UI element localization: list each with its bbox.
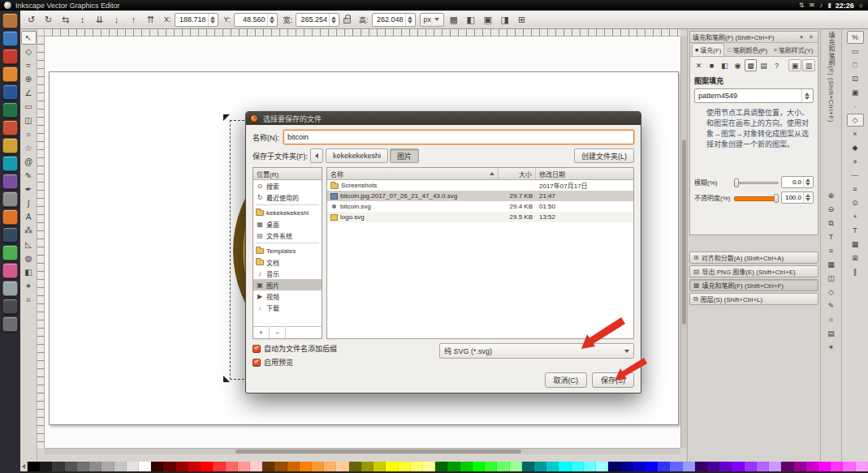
flip-horizontal-button[interactable]: ⇆ <box>58 12 73 28</box>
lock-aspect-icon[interactable] <box>343 18 351 24</box>
file-row[interactable]: bitcoin.svg29.4 KB01:50 <box>327 201 633 212</box>
breadcrumb-item[interactable]: kekekekekeshi <box>326 148 388 163</box>
vlc-app-icon[interactable] <box>2 209 18 225</box>
color-swatch[interactable] <box>683 462 695 471</box>
vertical-scrollbar-thumb[interactable] <box>682 140 686 325</box>
opacity-slider-handle[interactable] <box>774 194 779 203</box>
color-swatch[interactable] <box>473 462 485 471</box>
color-swatch[interactable] <box>89 462 101 471</box>
swatch-button[interactable]: ▤ <box>758 59 770 71</box>
unknown-paint-button[interactable]: ? <box>771 59 783 71</box>
symbols-button[interactable]: ✶ <box>823 341 840 354</box>
image-viewer-app-icon[interactable] <box>2 263 18 278</box>
snap-bbox-edges-button[interactable]: □ <box>847 58 864 71</box>
spin-down-icon[interactable] <box>408 20 413 24</box>
snap-path-button[interactable]: × <box>847 127 864 140</box>
rectangle-tool[interactable]: ▭ <box>21 100 37 114</box>
color-swatch[interactable] <box>114 462 127 471</box>
flip-vertical-button[interactable]: ↕ <box>75 12 90 28</box>
snap-intersection-button[interactable]: ◆ <box>847 141 864 154</box>
screenshot-app-icon[interactable] <box>2 245 18 260</box>
inkscape-app-icon[interactable] <box>2 299 18 314</box>
color-swatch[interactable] <box>633 462 646 471</box>
snap-smooth-node-button[interactable]: — <box>847 169 864 182</box>
lower-to-bottom-button[interactable]: ⇊ <box>92 12 107 28</box>
snap-bbox-centers-button[interactable]: ∙ <box>847 100 864 113</box>
color-swatch[interactable] <box>52 462 64 471</box>
enable-preview-checkbox[interactable]: 启用预览 <box>253 357 337 368</box>
color-swatch[interactable] <box>151 462 163 471</box>
zoom-page-button[interactable]: ⊖ <box>823 203 840 216</box>
breadcrumb-item[interactable]: 图片 <box>390 148 419 163</box>
opacity-slider[interactable] <box>734 193 779 203</box>
place-filesystem[interactable]: ▤文件系统 <box>253 230 322 241</box>
file-row[interactable]: bitcoin.jpg.2017_07_26_21_47_43.0.svg29.… <box>327 191 633 201</box>
snap-text-baseline-button[interactable]: T <box>847 224 864 237</box>
color-swatch[interactable] <box>238 462 250 471</box>
align-distribute-bar[interactable]: ⊞对齐和分散(A) (Shift+Ctrl+A) <box>689 252 818 264</box>
pattern-select[interactable]: pattern4549 <box>694 88 814 103</box>
box3d-tool[interactable]: ◫ <box>21 114 37 127</box>
rotate-ccw-button[interactable]: ↺ <box>24 12 39 28</box>
duplicate-button[interactable]: ⧉ <box>823 217 840 230</box>
draw-button[interactable]: ✎ <box>823 299 840 312</box>
column-header-name[interactable]: 名称 <box>327 168 499 179</box>
color-swatch[interactable] <box>856 462 868 471</box>
filename-input[interactable] <box>283 130 634 144</box>
color-swatch[interactable] <box>497 462 509 471</box>
color-swatch[interactable] <box>361 462 374 471</box>
create-folder-button[interactable]: 创建文件夹(L) <box>574 148 634 163</box>
network-icon[interactable]: ⇅ <box>799 2 805 9</box>
snap-bbox-corners-button[interactable]: ⊡ <box>847 72 864 85</box>
place-templates[interactable]: Templates <box>253 245 322 256</box>
color-swatch[interactable] <box>621 462 633 471</box>
color-swatch[interactable] <box>608 462 620 471</box>
selection-handle-icon[interactable] <box>223 114 230 121</box>
terminal-app-icon[interactable] <box>2 227 18 243</box>
dialog-titlebar[interactable]: 选择要保存的文件 <box>246 112 641 125</box>
libreoffice-writer-app-icon[interactable] <box>2 84 18 100</box>
system-settings-app-icon[interactable] <box>2 156 18 171</box>
software-center-app-icon[interactable] <box>2 49 18 64</box>
raise-button[interactable]: ↑ <box>126 12 141 28</box>
color-swatch[interactable] <box>546 462 559 471</box>
color-swatch[interactable] <box>757 462 769 471</box>
color-swatch[interactable] <box>818 462 831 471</box>
color-swatch[interactable] <box>201 462 213 471</box>
gradient-tool[interactable]: ◧ <box>21 265 37 279</box>
pattern-button[interactable]: ▦ <box>745 59 757 71</box>
text-dialog-button[interactable]: T <box>823 230 840 243</box>
spin-up-icon[interactable] <box>408 16 413 19</box>
spin-up-icon[interactable] <box>805 194 811 197</box>
opacity-spinbox[interactable]: 100.0 <box>781 191 814 204</box>
horizontal-ruler[interactable] <box>45 29 680 37</box>
affect-scale-stroke-button[interactable]: ◧ <box>463 12 478 28</box>
blur-slider[interactable] <box>734 178 779 187</box>
layers-bar[interactable]: ⧉图层(S) (Shift+Ctrl+L) <box>689 293 818 305</box>
color-swatch[interactable] <box>77 462 89 471</box>
append-extension-checkbox[interactable]: 自动为文件名添加后缀 <box>253 343 337 354</box>
align-dialog-button[interactable]: ≡ <box>823 244 840 257</box>
remove-bookmark-button[interactable] <box>270 327 286 338</box>
measure-tool[interactable]: ∠ <box>21 86 37 100</box>
color-swatch[interactable] <box>559 462 571 471</box>
horizontal-scrollbar[interactable] <box>45 448 680 454</box>
tab-fill[interactable]: ■填充(F) <box>692 43 724 56</box>
spin-down-icon[interactable] <box>805 198 811 201</box>
place-search[interactable]: ⊙搜索 <box>253 180 322 191</box>
files-app-icon[interactable] <box>2 13 18 28</box>
spin-down-icon[interactable] <box>210 20 216 24</box>
color-swatch[interactable] <box>572 462 584 471</box>
connector-tool[interactable]: ⌗ <box>21 293 37 307</box>
affect-patterns-button[interactable]: ⊞ <box>514 12 529 28</box>
color-swatch[interactable] <box>213 462 225 471</box>
color-swatch[interactable] <box>460 462 473 471</box>
color-swatch[interactable] <box>40 462 52 471</box>
blur-spinbox[interactable]: 0.0 <box>781 176 814 188</box>
affect-move-patterns-button[interactable]: ▦ <box>446 12 461 28</box>
place-music[interactable]: ♪音乐 <box>253 268 322 279</box>
snap-rotation-center-button[interactable]: + <box>847 210 864 223</box>
linear-gradient-button[interactable]: ◧ <box>719 59 731 71</box>
color-swatch[interactable] <box>101 462 114 471</box>
places-header[interactable]: 位置(R) <box>253 168 322 180</box>
